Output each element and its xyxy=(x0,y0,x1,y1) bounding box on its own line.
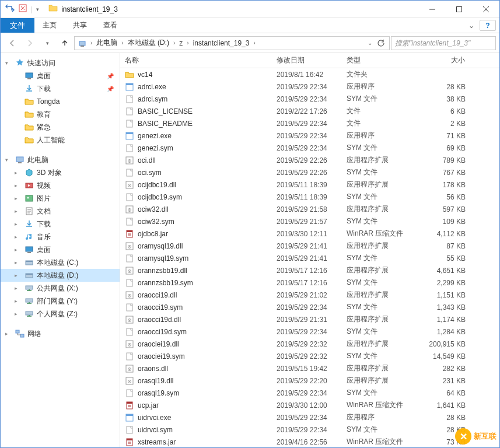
tree-item[interactable]: ▸部门网盘 (Y:) xyxy=(1,295,120,307)
expand-icon[interactable]: ▸ xyxy=(15,298,22,304)
tab-share[interactable]: 共享 xyxy=(65,18,95,33)
tree-item[interactable]: 桌面📌 xyxy=(1,69,120,82)
file-row[interactable]: oraocci19d.sym2019/5/29 22:34SYM 文件1,284… xyxy=(120,326,499,338)
expand-icon[interactable]: ▸ xyxy=(15,208,22,214)
file-row[interactable]: uidrvci.sym2019/5/29 22:34SYM 文件28 KB xyxy=(120,424,499,436)
file-row[interactable]: BASIC_LICENSE2019/2/22 17:26文件6 KB xyxy=(120,105,499,117)
file-row[interactable]: orannzsbb19.dll2019/5/17 12:16应用程序扩展4,65… xyxy=(120,264,499,276)
file-row[interactable]: ociw32.dll2019/5/29 21:58应用程序扩展597 KB xyxy=(120,203,499,215)
tab-home[interactable]: 主页 xyxy=(34,18,65,33)
expand-icon[interactable]: ▸ xyxy=(15,272,22,278)
expand-icon[interactable]: ▸ xyxy=(15,285,22,291)
file-row[interactable]: ocijdbc19.sym2019/5/11 18:39SYM 文件56 KB xyxy=(120,191,499,203)
tree-item[interactable]: ▸文档 xyxy=(1,205,120,218)
file-row[interactable]: oraociei19.sym2019/5/29 22:32SYM 文件14,54… xyxy=(120,350,499,362)
forward-button[interactable] xyxy=(22,35,38,51)
tree-item[interactable]: 紧急 xyxy=(1,121,120,134)
file-list[interactable]: 名称 修改日期 类型 大小 vc142019/8/1 16:42文件夹adrci… xyxy=(120,53,499,447)
back-button[interactable] xyxy=(4,35,20,51)
file-row[interactable]: orasql19.dll2019/5/29 22:20应用程序扩展231 KB xyxy=(120,374,499,387)
refresh-icon[interactable] xyxy=(374,39,388,47)
file-row[interactable]: oramysql19.dll2019/5/29 21:41应用程序扩展87 KB xyxy=(120,240,499,252)
tab-view[interactable]: 查看 xyxy=(95,18,125,33)
file-row[interactable]: BASIC_README2019/5/29 22:34文件2 KB xyxy=(120,117,499,130)
tree-item[interactable]: 下载📌 xyxy=(1,82,120,95)
file-row[interactable]: orannzsbb19.sym2019/5/17 12:16SYM 文件2,29… xyxy=(120,276,499,289)
nav-tree[interactable]: ▾ 快速访问 桌面📌下载📌Tongda教育紧急人工智能 ▾ 此电脑 ▸3D 对象… xyxy=(1,53,120,447)
expand-icon[interactable]: ▸ xyxy=(15,260,22,265)
file-row[interactable]: oci.sym2019/5/29 22:26SYM 文件767 KB xyxy=(120,166,499,178)
file-row[interactable]: oramysql19.sym2019/5/29 21:41SYM 文件55 KB xyxy=(120,252,499,264)
nav-arrows-icon[interactable] xyxy=(5,4,15,15)
file-row[interactable]: oci.dll2019/5/29 22:26应用程序扩展789 KB xyxy=(120,154,499,166)
tree-item[interactable]: ▸本地磁盘 (C:) xyxy=(1,256,120,269)
expand-ribbon-icon[interactable]: ⌄ xyxy=(463,18,480,33)
col-size[interactable]: 大小 xyxy=(424,53,470,68)
collapse-icon[interactable]: ▾ xyxy=(5,60,12,66)
file-row[interactable]: adrci.exe2019/5/29 22:34应用程序28 KB xyxy=(120,80,499,93)
expand-icon[interactable]: ▸ xyxy=(15,170,22,176)
properties-icon[interactable] xyxy=(18,4,27,15)
file-row[interactable]: genezi.sym2019/5/29 22:34SYM 文件69 KB xyxy=(120,142,499,154)
breadcrumb-seg[interactable]: 本地磁盘 (D:) xyxy=(125,37,172,50)
breadcrumb-chevron-icon[interactable]: › xyxy=(251,40,257,46)
collapse-icon[interactable]: ▾ xyxy=(5,157,12,163)
col-type[interactable]: 类型 xyxy=(342,53,424,68)
recent-dropdown[interactable]: ▾ xyxy=(39,35,55,51)
tree-item[interactable]: ▸下载 xyxy=(1,218,120,230)
minimize-button[interactable] xyxy=(419,1,446,18)
file-row[interactable]: ojdbc8.jar2019/3/30 12:11WinRAR 压缩文件4,11… xyxy=(120,228,499,240)
file-row[interactable]: ocijdbc19.dll2019/5/11 18:39应用程序扩展178 KB xyxy=(120,178,499,191)
file-row[interactable]: xstreams.jar2019/4/16 22:56WinRAR 压缩文件73… xyxy=(120,436,499,447)
file-row[interactable]: oraons.dll2019/5/15 19:42应用程序扩展282 KB xyxy=(120,362,499,374)
expand-icon[interactable]: ▸ xyxy=(15,221,22,227)
address-root-icon[interactable] xyxy=(76,37,89,50)
breadcrumb-seg[interactable]: 此电脑 xyxy=(94,37,120,50)
breadcrumb-chevron-icon[interactable]: › xyxy=(89,40,94,46)
file-row[interactable]: ociw32.sym2019/5/29 21:57SYM 文件109 KB xyxy=(120,215,499,228)
expand-icon[interactable]: ▸ xyxy=(15,195,22,201)
address-dropdown-icon[interactable]: ⌄ xyxy=(366,40,374,46)
search-input[interactable] xyxy=(395,39,492,47)
tree-item[interactable]: ▸个人网盘 (Z:) xyxy=(1,307,120,320)
tree-item[interactable]: ▸桌面 xyxy=(1,243,120,256)
tree-item[interactable]: ▸视频 xyxy=(1,179,120,192)
tree-item[interactable]: ▸3D 对象 xyxy=(1,166,120,179)
address-bar[interactable]: › 此电脑 › 本地磁盘 (D:) › z › instantclient_19… xyxy=(74,36,390,50)
tree-item[interactable]: 人工智能 xyxy=(1,134,120,146)
tree-item[interactable]: ▸本地磁盘 (D:) xyxy=(1,269,120,282)
file-tab[interactable]: 文件 xyxy=(1,18,34,33)
expand-icon[interactable]: ▸ xyxy=(15,183,22,188)
file-row[interactable]: vc142019/8/1 16:42文件夹 xyxy=(120,68,499,80)
file-row[interactable]: uidrvci.exe2019/5/29 22:34应用程序28 KB xyxy=(120,411,499,424)
tree-item[interactable]: ▸音乐 xyxy=(1,230,120,243)
expand-icon[interactable]: ▸ xyxy=(15,234,22,240)
file-row[interactable]: adrci.sym2019/5/29 22:34SYM 文件38 KB xyxy=(120,93,499,105)
breadcrumb-chevron-icon[interactable]: › xyxy=(172,40,177,46)
file-row[interactable]: ucp.jar2019/3/30 12:00WinRAR 压缩文件1,641 K… xyxy=(120,399,499,411)
file-row[interactable]: oraocci19.sym2019/5/29 22:34SYM 文件1,343 … xyxy=(120,301,499,313)
tree-item[interactable]: ▸公共网盘 (X:) xyxy=(1,282,120,295)
tree-item[interactable]: Tongda xyxy=(1,95,120,108)
breadcrumb-seg[interactable]: z xyxy=(177,37,185,50)
col-name[interactable]: 名称 xyxy=(120,53,272,68)
breadcrumb-chevron-icon[interactable]: › xyxy=(185,40,190,46)
tree-item[interactable]: ▸图片 xyxy=(1,192,120,205)
tree-quick-access[interactable]: ▾ 快速访问 xyxy=(1,57,120,69)
col-date[interactable]: 修改日期 xyxy=(272,53,342,68)
tree-network[interactable]: ▸ 网络 xyxy=(1,327,120,340)
search-box[interactable] xyxy=(391,36,496,50)
help-button[interactable]: ? xyxy=(480,20,496,31)
file-row[interactable]: oraocci19.dll2019/5/29 21:02应用程序扩展1,151 … xyxy=(120,289,499,301)
tree-item[interactable]: 教育 xyxy=(1,108,120,121)
breadcrumb-chevron-icon[interactable]: › xyxy=(120,40,125,46)
expand-icon[interactable]: ▸ xyxy=(5,331,12,337)
breadcrumb-seg[interactable]: instantclient_19_3 xyxy=(191,37,252,50)
file-row[interactable]: orasql19.sym2019/5/29 22:34SYM 文件64 KB xyxy=(120,387,499,399)
qat-dropdown-icon[interactable]: ▾ xyxy=(36,6,39,12)
file-row[interactable]: genezi.exe2019/5/29 22:34应用程序71 KB xyxy=(120,130,499,142)
tree-this-pc[interactable]: ▾ 此电脑 xyxy=(1,153,120,166)
expand-icon[interactable]: ▸ xyxy=(15,311,22,317)
maximize-button[interactable] xyxy=(446,1,473,18)
expand-icon[interactable]: ▸ xyxy=(15,247,22,253)
